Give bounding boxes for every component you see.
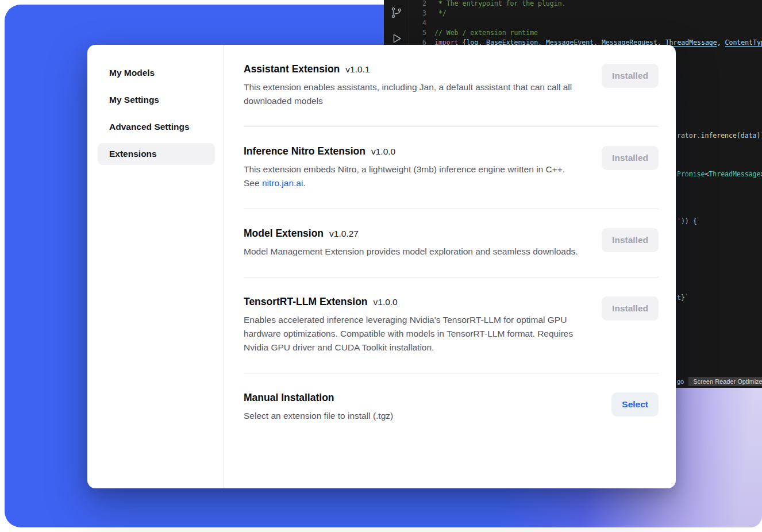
extension-version: v1.0.0	[371, 147, 395, 157]
extensions-list: Assistant Extension v1.0.1 This extensio…	[224, 45, 676, 488]
extension-description: This extension embeds Nitro, a lightweig…	[244, 163, 580, 190]
extension-row-nitro: Inference Nitro Extension v1.0.0 This ex…	[244, 127, 659, 209]
manual-installation-row: Manual Installation Select an extension …	[244, 373, 659, 441]
source-control-icon[interactable]	[390, 6, 403, 19]
code-line: 5// Web / extension runtime	[416, 28, 762, 38]
manual-installation-title: Manual Installation	[244, 392, 334, 404]
code-block: 2 * The entrypoint for the plugin.3 */45…	[416, 0, 762, 48]
code-fragment: t}`	[677, 294, 689, 302]
installed-button[interactable]: Installed	[602, 146, 659, 170]
sidebar-item-advanced-settings[interactable]: Advanced Settings	[98, 116, 215, 138]
extension-title: TensortRT-LLM Extension	[244, 296, 368, 308]
sidebar-item-extensions[interactable]: Extensions	[98, 143, 215, 165]
settings-modal: My Models My Settings Advanced Settings …	[87, 45, 676, 488]
installed-button[interactable]: Installed	[602, 228, 659, 252]
sidebar-item-my-settings[interactable]: My Settings	[98, 89, 215, 111]
installed-button[interactable]: Installed	[602, 296, 659, 321]
status-bar: go Screen Reader Optimized	[677, 376, 762, 387]
extension-version: v1.0.0	[374, 297, 398, 307]
extension-title: Inference Nitro Extension	[244, 145, 365, 157]
extension-description: Enables accelerated inference leveraging…	[244, 313, 580, 354]
extension-row-assistant: Assistant Extension v1.0.1 This extensio…	[244, 45, 659, 127]
nitro-jan-ai-link[interactable]: nitro.jan.ai.	[262, 178, 306, 188]
extension-version: v1.0.27	[329, 229, 359, 239]
extension-title: Model Extension	[244, 228, 324, 240]
extension-description: This extension enables assistants, inclu…	[244, 80, 580, 108]
code-line: 4	[416, 18, 762, 28]
sidebar-item-my-models[interactable]: My Models	[98, 62, 215, 84]
extension-version: v1.0.1	[345, 64, 370, 75]
extension-title: Assistant Extension	[244, 63, 340, 75]
settings-sidebar: My Models My Settings Advanced Settings …	[87, 45, 224, 488]
code-fragment: Promise<ThreadMessage>	[677, 170, 762, 178]
extension-row-tensorrt: TensortRT-LLM Extension v1.0.0 Enables a…	[244, 277, 659, 373]
status-text: go	[677, 378, 684, 385]
code-line: 3 */	[416, 9, 762, 18]
manual-installation-description: Select an extension file to install (.tg…	[244, 409, 393, 423]
screen-reader-status[interactable]: Screen Reader Optimized	[688, 377, 762, 386]
extension-row-model: Model Extension v1.0.27 Model Management…	[244, 209, 659, 277]
code-line: 2 * The entrypoint for the plugin.	[416, 0, 762, 9]
extension-description: Model Management Extension provides mode…	[244, 245, 578, 259]
installed-button[interactable]: Installed	[602, 64, 659, 88]
code-fragment: rator.inference(data));	[677, 132, 762, 140]
select-button[interactable]: Select	[611, 392, 659, 417]
run-debug-icon[interactable]	[390, 32, 403, 45]
code-fragment: ')) {	[677, 217, 697, 225]
